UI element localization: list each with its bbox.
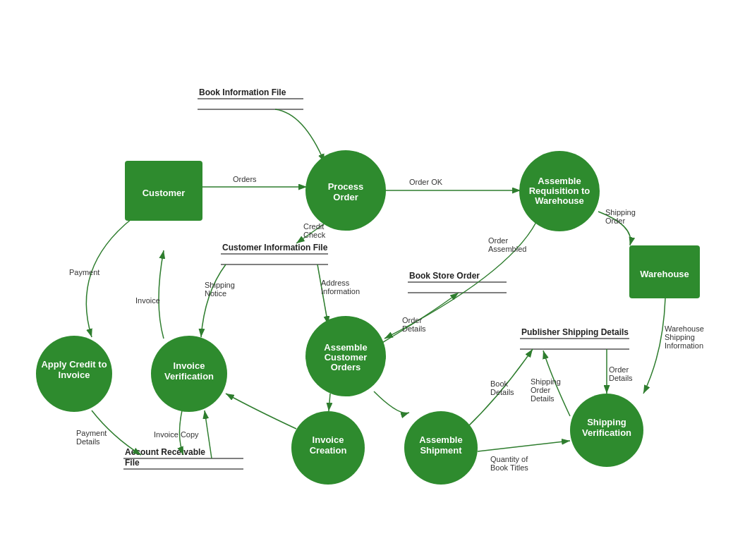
- assemble-shipment-label: Assemble: [419, 434, 462, 445]
- apply-credit-label2: Invoice: [59, 370, 90, 380]
- assemble-shipment-label2: Shipment: [420, 445, 462, 456]
- order-details-bs-label2: Details: [402, 324, 426, 333]
- payment-details-label2: Details: [76, 437, 100, 446]
- orders-label: Orders: [233, 175, 257, 183]
- book-info-label: Book Information File: [199, 87, 286, 97]
- assemble-req-label2: Requisition to: [529, 185, 590, 196]
- account-receivable-label2: File: [125, 458, 140, 468]
- customer-info-label: Customer Information File: [222, 243, 328, 252]
- warehouse-shipping-label3: Information: [665, 341, 703, 350]
- shipping-notice-label: Shipping: [205, 281, 235, 289]
- invoice-creation-label2: Creation: [310, 445, 347, 456]
- warehouse-shipping-label2: Shipping: [665, 333, 695, 341]
- shipping-ver-label2: Verification: [582, 427, 631, 438]
- process-order-label: Process: [328, 181, 364, 192]
- assemble-customer-label2: Customer: [325, 352, 368, 363]
- order-details2-label2: Details: [609, 374, 633, 382]
- quantity-label2: Book Titles: [490, 463, 528, 472]
- shipping-order-details-label3: Details: [531, 394, 555, 403]
- address-info-label2: Information: [321, 287, 360, 296]
- payment-label: Payment: [69, 268, 99, 276]
- warehouse-label: Warehouse: [640, 269, 689, 279]
- assemble-to-invoice-creation-arrow: [329, 394, 330, 411]
- apply-credit-label: Apply Credit to: [41, 359, 107, 370]
- book-store-order-label: Book Store Order: [409, 271, 480, 281]
- account-to-invoice-ver-arrow: [205, 410, 212, 458]
- order-assembled-label: Order: [488, 236, 508, 245]
- assemble-customer-label3: Orders: [331, 362, 361, 372]
- assemble-to-shipment-arrow: [374, 391, 409, 413]
- payment-details-label: Payment: [76, 429, 107, 437]
- warehouse-shipping-label: Warehouse: [665, 324, 704, 333]
- invoice-creation-label: Invoice: [313, 434, 344, 445]
- warehouse-to-shipping-ver-arrow: [643, 298, 665, 394]
- assemble-req-label: Assemble: [538, 176, 581, 186]
- quantity-label: Quantity of: [490, 455, 528, 463]
- customer-label: Customer: [143, 188, 186, 198]
- invoice-creation-to-ver-arrow: [226, 394, 296, 429]
- shipping-order-details-label2: Order: [531, 386, 550, 394]
- order-details2-label: Order: [609, 365, 629, 374]
- shipping-order-details-label: Shipping: [531, 377, 561, 386]
- invoice-ver-label2: Verification: [164, 371, 214, 382]
- book-info-to-process-arrow: [275, 109, 325, 162]
- shipping-notice-label2: Notice: [205, 289, 226, 298]
- assemble-customer-label: Assemble: [324, 342, 367, 353]
- order-ok-label: Order OK: [409, 178, 443, 186]
- shipping-ver-label: Shipping: [587, 417, 626, 427]
- order-assembled-label2: Assembled: [488, 245, 526, 253]
- book-details-label: Book: [490, 379, 509, 388]
- invoice-ver-to-customer-arrow: [159, 250, 164, 339]
- invoice-label: Invoice: [135, 296, 160, 305]
- shipment-to-shipping-ver-arrow: [478, 441, 570, 451]
- process-order-label2: Order: [333, 192, 358, 202]
- invoice-copy-label: Invoice Copy: [154, 430, 199, 439]
- publisher-shipping-label: Publisher Shipping Details: [521, 327, 629, 337]
- invoice-ver-label: Invoice: [174, 360, 205, 371]
- book-details-label2: Details: [490, 388, 514, 396]
- address-info-label: Address: [321, 279, 350, 287]
- shipping-order-label: Shipping: [605, 208, 636, 217]
- order-details-bs-label: Order: [402, 316, 422, 324]
- customer-to-apply-credit-arrow: [86, 219, 132, 337]
- credit-check-label: Credit: [303, 222, 324, 231]
- credit-check-label2: Check: [303, 231, 326, 239]
- customer-info-to-invoice-ver-arrow: [201, 264, 226, 337]
- assemble-req-label3: Warehouse: [535, 195, 584, 206]
- shipping-order-label2: Order: [605, 217, 625, 225]
